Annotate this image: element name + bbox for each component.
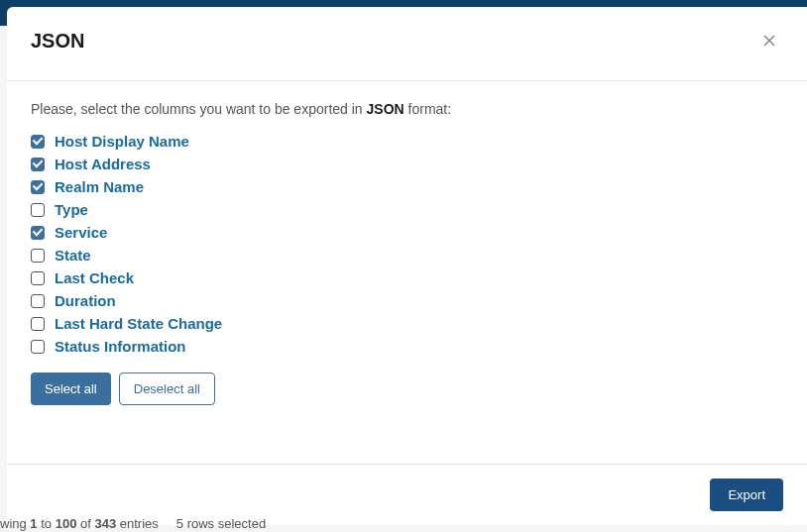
instruction-prefix: Please, select the columns you want to b… <box>31 101 367 117</box>
entries-word: entries <box>116 516 159 531</box>
checkbox-label: Realm Name <box>55 178 144 195</box>
checkbox-icon <box>31 317 45 331</box>
of-word: of <box>76 516 94 531</box>
checkbox-label: Status Information <box>55 338 186 355</box>
checkbox-label: State <box>55 247 91 264</box>
checkbox-item-last-check[interactable]: Last Check <box>31 269 783 286</box>
instruction-format: JSON <box>367 101 404 117</box>
checkbox-label: Last Hard State Change <box>55 315 222 332</box>
instruction-suffix: format: <box>404 101 451 117</box>
checkbox-icon <box>31 249 45 263</box>
checkbox-icon <box>31 203 45 217</box>
modal-title: JSON <box>31 30 84 53</box>
table-footer-status: wing 1 to 100 of 343 entries 5 rows sele… <box>0 516 807 532</box>
modal-body: Please, select the columns you want to b… <box>7 81 807 464</box>
checkbox-icon <box>31 340 45 354</box>
checkbox-label: Service <box>55 224 107 241</box>
export-json-modal: JSON Please, select the columns you want… <box>7 7 807 525</box>
checkbox-item-host-display-name[interactable]: Host Display Name <box>31 133 783 150</box>
checkbox-label: Host Address <box>55 156 151 172</box>
showing-prefix: wing <box>0 516 30 531</box>
checkbox-item-duration[interactable]: Duration <box>31 292 783 309</box>
checkbox-icon <box>31 294 45 308</box>
checkbox-item-realm-name[interactable]: Realm Name <box>31 178 783 195</box>
instruction-text: Please, select the columns you want to b… <box>31 101 783 117</box>
select-all-button[interactable]: Select all <box>31 372 111 405</box>
checkbox-label: Type <box>55 201 88 218</box>
checkbox-icon <box>31 271 45 285</box>
checkbox-item-host-address[interactable]: Host Address <box>31 156 783 172</box>
checkbox-icon <box>31 135 45 149</box>
to-value: 100 <box>56 516 77 531</box>
checkbox-item-type[interactable]: Type <box>31 201 783 218</box>
checkbox-item-status-information[interactable]: Status Information <box>31 338 783 355</box>
checkbox-item-last-hard-state-change[interactable]: Last Hard State Change <box>31 315 783 332</box>
modal-header: JSON <box>7 7 807 74</box>
bulk-action-buttons: Select all Deselect all <box>31 372 783 405</box>
from-value: 1 <box>30 516 37 531</box>
close-icon <box>759 31 779 51</box>
column-checkbox-list: Host Display Name Host Address Realm Nam… <box>31 133 783 355</box>
export-button[interactable]: Export <box>710 479 783 511</box>
checkbox-item-service[interactable]: Service <box>31 224 783 241</box>
checkbox-icon <box>31 158 45 171</box>
total-value: 343 <box>94 516 116 531</box>
checkbox-label: Host Display Name <box>55 133 189 150</box>
checkbox-item-state[interactable]: State <box>31 247 783 264</box>
deselect-all-button[interactable]: Deselect all <box>119 372 215 405</box>
checkbox-label: Last Check <box>55 269 134 286</box>
entries-count: wing 1 to 100 of 343 entries <box>0 516 159 531</box>
close-button[interactable] <box>755 27 783 54</box>
rows-selected: 5 rows selected <box>176 516 266 531</box>
checkbox-icon <box>31 180 45 194</box>
checkbox-icon <box>31 226 45 240</box>
to-word: to <box>38 516 56 531</box>
checkbox-label: Duration <box>55 292 116 309</box>
